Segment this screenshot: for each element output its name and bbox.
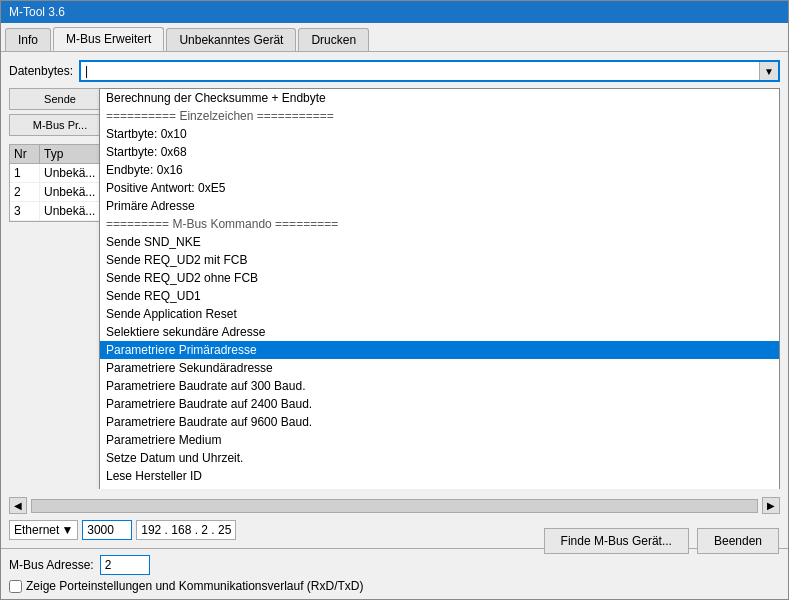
dropdown-item[interactable]: Startbyte: 0x10 [100, 125, 779, 143]
tab-mbus-erweitert[interactable]: M-Bus Erweitert [53, 27, 164, 51]
datenbytes-dropdown-arrow[interactable]: ▼ [759, 62, 778, 80]
close-button[interactable]: Beenden [697, 528, 779, 554]
find-mbus-button[interactable]: Finde M-Bus Gerät... [544, 528, 689, 554]
dropdown-item[interactable]: Positive Antwort: 0xE5 [100, 179, 779, 197]
dropdown-item[interactable]: Primäre Adresse [100, 197, 779, 215]
table-row[interactable]: 2 Unbekä... [10, 183, 110, 202]
datenbytes-label: Datenbytes: [9, 64, 73, 78]
dropdown-item[interactable]: Parametriere Primäradresse [100, 341, 779, 359]
dropdown-item[interactable]: Parametriere Baudrate auf 9600 Baud. [100, 413, 779, 431]
dropdown-item[interactable]: Parametriere Baudrate auf 300 Baud. [100, 377, 779, 395]
datenbytes-input[interactable] [81, 62, 759, 80]
dropdown-item[interactable]: ========== EasyMeter Umschaltbefehle ===… [100, 485, 779, 489]
datenbytes-input-wrapper: ▼ [79, 60, 780, 82]
row1-nr: 1 [10, 164, 40, 182]
scroll-left-arrow[interactable]: ◀ [9, 497, 27, 514]
tabs-bar: Info M-Bus Erweitert Unbekanntes Gerät D… [1, 23, 788, 52]
mbus-row: M-Bus Adresse: [9, 555, 780, 575]
col-header-nr: Nr [10, 145, 40, 163]
connection-type-label: Ethernet [14, 523, 59, 537]
dropdown-item[interactable]: ========= M-Bus Kommando ========= [100, 215, 779, 233]
main-window: M-Tool 3.6 Info M-Bus Erweitert Unbekann… [0, 0, 789, 600]
tab-info[interactable]: Info [5, 28, 51, 51]
action-buttons: Finde M-Bus Gerät... Beenden [544, 528, 779, 554]
ip-display[interactable]: 192 . 168 . 2 . 25 [136, 520, 236, 540]
dropdown-list: Berechnung der Checksumme + Endbyte=====… [99, 88, 780, 489]
dropdown-item[interactable]: Berechnung der Checksumme + Endbyte [100, 89, 779, 107]
tab-unbekanntes-geraet[interactable]: Unbekanntes Gerät [166, 28, 296, 51]
bottom-section: M-Bus Adresse: Zeige Porteinstellungen u… [1, 548, 788, 599]
mbus-address-input[interactable] [100, 555, 150, 575]
scroll-right-arrow[interactable]: ▶ [762, 497, 780, 514]
dropdown-item[interactable]: Sende SND_NKE [100, 233, 779, 251]
dropdown-item[interactable]: Parametriere Sekundäradresse [100, 359, 779, 377]
tab-drucken[interactable]: Drucken [298, 28, 369, 51]
dropdown-item[interactable]: Startbyte: 0x68 [100, 143, 779, 161]
connection-dropdown-arrow: ▼ [61, 523, 73, 537]
checkbox-label: Zeige Porteinstellungen und Kommunikatio… [26, 579, 363, 593]
dropdown-item[interactable]: Sende Application Reset [100, 305, 779, 323]
left-buttons: Sende M-Bus Pr... Nr Typ 1 Unbekä... [9, 88, 111, 489]
dropdown-item[interactable]: Sende REQ_UD2 ohne FCB [100, 269, 779, 287]
table-header: Nr Typ [9, 144, 111, 163]
dropdown-item[interactable]: Endbyte: 0x16 [100, 161, 779, 179]
checkbox-row: Zeige Porteinstellungen und Kommunikatio… [9, 579, 780, 593]
table-body: 1 Unbekä... 2 Unbekä... 3 Unbekä... [9, 163, 111, 222]
window-title: M-Tool 3.6 [9, 5, 65, 19]
horizontal-scroll-row: ◀ ▶ [9, 497, 780, 514]
datenbytes-row: Datenbytes: ▼ [9, 60, 780, 82]
dropdown-item[interactable]: Setze Datum und Uhrzeit. [100, 449, 779, 467]
dropdown-item[interactable]: Selektiere sekundäre Adresse [100, 323, 779, 341]
row2-nr: 2 [10, 183, 40, 201]
main-content: Datenbytes: ▼ Sende M-Bus Pr... Nr Typ [1, 52, 788, 548]
port-settings-checkbox[interactable] [9, 580, 22, 593]
dropdown-item[interactable]: Sende REQ_UD2 mit FCB [100, 251, 779, 269]
dropdown-item[interactable]: Parametriere Baudrate auf 2400 Baud. [100, 395, 779, 413]
scroll-thumb[interactable] [31, 499, 758, 513]
table-row[interactable]: 3 Unbekä... [10, 202, 110, 221]
dropdown-item[interactable]: Lese Hersteller ID [100, 467, 779, 485]
table-row[interactable]: 1 Unbekä... [10, 164, 110, 183]
port-input[interactable]: 3000 [82, 520, 132, 540]
dropdown-item[interactable]: ========== Einzelzeichen =========== [100, 107, 779, 125]
connection-type-dropdown[interactable]: Ethernet ▼ [9, 520, 78, 540]
mbus-label: M-Bus Adresse: [9, 558, 94, 572]
row3-nr: 3 [10, 202, 40, 220]
dropdown-item[interactable]: Parametriere Medium [100, 431, 779, 449]
title-bar: M-Tool 3.6 [1, 1, 788, 23]
middle-row: Sende M-Bus Pr... Nr Typ 1 Unbekä... [9, 88, 780, 489]
sende-button[interactable]: Sende [9, 88, 111, 110]
mbus-pr-button[interactable]: M-Bus Pr... [9, 114, 111, 136]
dropdown-item[interactable]: Sende REQ_UD1 [100, 287, 779, 305]
